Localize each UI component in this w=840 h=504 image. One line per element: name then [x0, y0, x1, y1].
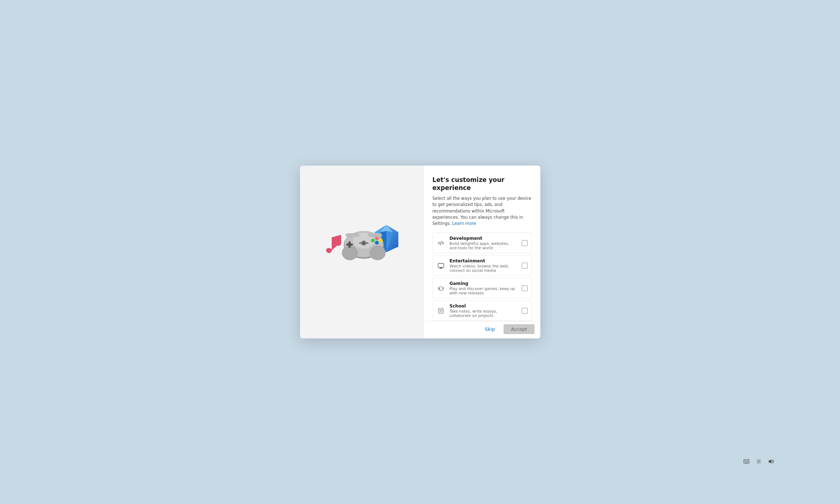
description-text: Select all the ways you plan to use your…: [433, 196, 531, 226]
dialog-description: Select all the ways you plan to use your…: [433, 195, 532, 227]
svg-rect-49: [745, 463, 748, 463]
svg-rect-45: [744, 461, 745, 462]
svg-rect-16: [366, 242, 368, 244]
school-checkbox[interactable]: [522, 308, 528, 314]
learn-more-link[interactable]: Learn more: [452, 221, 476, 226]
entertainment-icon: [437, 261, 445, 270]
customize-dialog: Let's customize your experience Select a…: [300, 166, 540, 338]
option-gaming[interactable]: Gaming Play and discover games, keep up …: [433, 278, 532, 298]
development-desc: Build delightful apps, websites, and too…: [450, 241, 517, 250]
school-title: School: [450, 303, 517, 309]
taskbar-keyboard-icon[interactable]: [743, 458, 750, 465]
accept-button[interactable]: Accept: [504, 324, 534, 334]
option-entertainment[interactable]: Entertainment Watch videos, browse the w…: [433, 255, 532, 276]
svg-point-3: [370, 246, 386, 260]
options-list: Development Build delightful apps, websi…: [433, 233, 532, 321]
svg-rect-48: [748, 461, 749, 462]
entertainment-title: Entertainment: [450, 258, 517, 263]
taskbar-icons: [743, 458, 774, 465]
svg-rect-46: [745, 461, 746, 462]
svg-rect-22: [440, 267, 442, 268]
dialog-title: Let's customize your experience: [433, 176, 532, 192]
development-icon: [437, 239, 445, 247]
gaming-desc: Play and discover games, keep up with ne…: [450, 286, 517, 295]
school-text: School Take notes, write essays, collabo…: [450, 303, 517, 318]
content-scroll-area[interactable]: Let's customize your experience Select a…: [424, 166, 540, 321]
entertainment-text: Entertainment Watch videos, browse the w…: [450, 258, 517, 273]
taskbar-volume-icon[interactable]: [768, 458, 774, 465]
game-controller-icon: [338, 223, 386, 263]
gaming-title: Gaming: [450, 281, 517, 286]
illustration-panel: [300, 166, 424, 338]
gaming-text: Gaming Play and discover games, keep up …: [450, 281, 517, 295]
taskbar-settings-icon[interactable]: [756, 458, 762, 465]
entertainment-desc: Watch videos, browse the web, connect on…: [450, 264, 517, 273]
svg-point-12: [362, 241, 366, 245]
option-development[interactable]: Development Build delightful apps, websi…: [433, 233, 532, 253]
svg-rect-41: [744, 460, 745, 461]
entertainment-checkbox[interactable]: [522, 263, 528, 269]
gaming-checkbox[interactable]: [522, 285, 528, 291]
svg-rect-21: [438, 263, 444, 267]
development-text: Development Build delightful apps, websi…: [450, 236, 517, 250]
dialog-footer: Skip Accept: [424, 321, 540, 338]
svg-rect-13: [346, 233, 359, 237]
school-icon: [437, 306, 445, 315]
svg-point-7: [371, 239, 375, 242]
svg-rect-6: [346, 243, 353, 246]
svg-rect-23: [439, 268, 443, 269]
development-checkbox[interactable]: [522, 240, 528, 246]
svg-point-9: [375, 241, 379, 245]
svg-point-50: [758, 461, 760, 463]
svg-point-28: [442, 289, 443, 289]
content-panel: Let's customize your experience Select a…: [424, 166, 540, 338]
svg-point-10: [379, 239, 383, 242]
svg-rect-43: [746, 460, 747, 461]
svg-rect-14: [368, 233, 382, 237]
svg-rect-42: [745, 460, 746, 461]
illustration-inner: [324, 219, 400, 285]
svg-marker-51: [769, 459, 772, 464]
option-school[interactable]: School Take notes, write essays, collabo…: [433, 300, 532, 321]
svg-point-8: [375, 237, 379, 240]
svg-point-27: [442, 288, 442, 289]
skip-button[interactable]: Skip: [479, 324, 501, 334]
svg-rect-15: [359, 242, 362, 244]
development-title: Development: [450, 236, 517, 241]
school-desc: Take notes, write essays, collaborate on…: [450, 309, 517, 318]
svg-rect-47: [746, 461, 747, 462]
gaming-icon: [437, 284, 445, 293]
svg-rect-44: [748, 460, 749, 461]
